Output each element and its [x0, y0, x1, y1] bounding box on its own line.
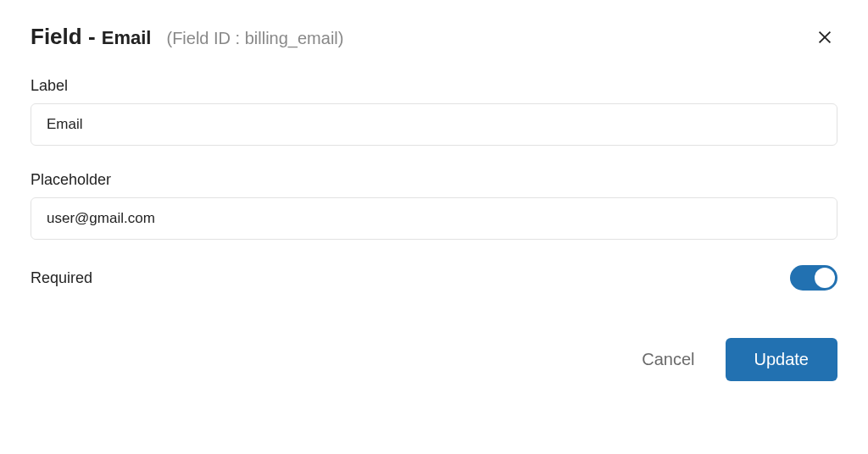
title-prefix: Field - Email — [31, 24, 151, 50]
dialog-footer: Cancel Update — [31, 338, 837, 381]
label-input[interactable] — [31, 103, 837, 146]
required-caption: Required — [31, 269, 92, 287]
dialog-header: Field - Email (Field ID : billing_email) — [31, 24, 837, 50]
update-button[interactable]: Update — [726, 338, 838, 381]
close-button[interactable] — [812, 25, 837, 50]
placeholder-field-group: Placeholder — [31, 171, 837, 240]
field-id-label: (Field ID : billing_email) — [166, 29, 343, 48]
toggle-knob — [815, 268, 835, 288]
required-toggle[interactable] — [790, 265, 837, 291]
placeholder-input[interactable] — [31, 197, 837, 240]
required-row: Required — [31, 265, 837, 291]
cancel-button[interactable]: Cancel — [635, 340, 701, 379]
label-caption: Label — [31, 77, 837, 95]
label-field-group: Label — [31, 77, 837, 146]
dialog-title-group: Field - Email (Field ID : billing_email) — [31, 24, 343, 50]
close-icon — [815, 28, 834, 47]
placeholder-caption: Placeholder — [31, 171, 837, 189]
